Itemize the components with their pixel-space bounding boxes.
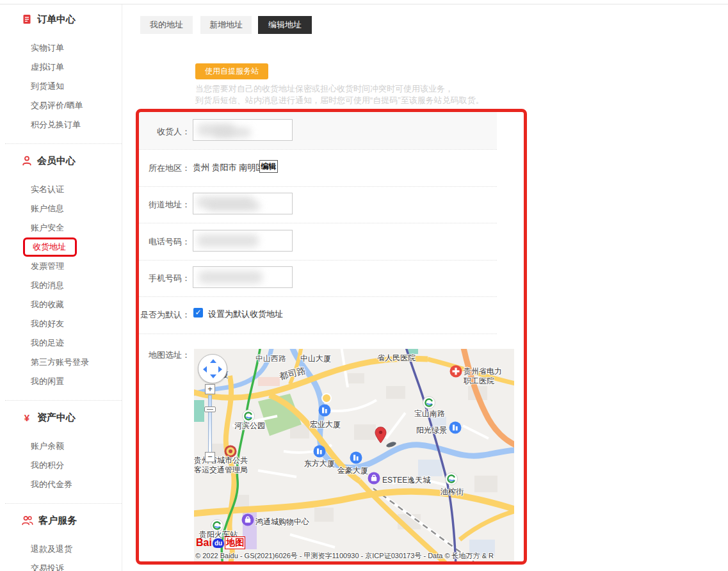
street-label: 街道地址： (115, 199, 190, 211)
map-label-building: 金豪大厦 (337, 465, 368, 476)
sidebar-item-balance[interactable]: 账户余额 (5, 437, 122, 456)
default-label: 是否为默认： (115, 309, 190, 321)
default-checkbox-label: 设置为默认收货地址 (208, 309, 283, 320)
sidebar-item-vouchers[interactable]: 我的代金券 (5, 475, 122, 494)
row-separator (138, 223, 497, 223)
hospital-icon (449, 365, 462, 378)
sidebar-item-messages[interactable]: 我的消息 (5, 276, 122, 295)
building-poi-icon (313, 445, 326, 458)
phone-label: 电话号码： (115, 236, 190, 248)
building-poi-icon (449, 421, 462, 434)
sidebar-section-title: 客户服务 (38, 515, 77, 527)
map-picker-label: 地图选址： (115, 350, 190, 361)
map-copyright: © 2022 Baidu - GS(2021)6026号 - 甲测资字11009… (195, 551, 494, 561)
building-poi-icon (318, 404, 331, 417)
tab-add-address[interactable]: 新增地址 (200, 16, 252, 34)
sidebar-item-shipping-address[interactable]: 收货地址 (33, 239, 66, 255)
pan-left-icon[interactable] (203, 366, 207, 373)
sidebar-section-assets-header: ¥ 资产中心 (5, 411, 122, 424)
sidebar-section-member: 会员中心 实名认证 账户信息 账户安全 收货地址 发票管理 我的消息 我的收藏 … (5, 143, 122, 400)
region-label: 所在地区： (115, 163, 190, 174)
map-label-mall: 鸿通城购物中心 (255, 517, 309, 527)
map-label-building: 宏业大厦 (310, 419, 341, 430)
row-separator (138, 260, 497, 261)
sidebar-item-idle-items[interactable]: 我的闲置 (5, 372, 122, 391)
pan-down-icon[interactable] (210, 374, 216, 378)
street-input[interactable] (193, 193, 293, 214)
metro-station-icon (445, 472, 458, 485)
sidebar-section-orders: 订单中心 实物订单 虚拟订单 到货通知 交易评价/晒单 积分兑换订单 (5, 13, 122, 143)
sidebar-item-real-name[interactable]: 实名认证 (5, 180, 122, 199)
pan-up-icon[interactable] (210, 359, 216, 363)
sidebar-item-invoice[interactable]: 发票管理 (5, 257, 122, 276)
map-label-mall: ESTEE逸天城 (382, 475, 430, 486)
sidebar-section-title: 订单中心 (37, 13, 76, 26)
baidu-maps-logo: Bai du 地图 (196, 536, 245, 550)
sidebar-item-reviews[interactable]: 交易评价/晒单 (5, 96, 122, 115)
order-receipt-icon (22, 14, 32, 24)
sidebar: 订单中心 实物订单 虚拟订单 到货通知 交易评价/晒单 积分兑换订单 会员中心 … (5, 4, 122, 571)
pickup-desc-line1: 当您需要对自己的收货地址保密或担心收货时间冲突时可使用该业务， (195, 83, 453, 95)
shopping-mall-icon (368, 472, 380, 485)
map-label-road: 中山西路 (255, 353, 286, 364)
consignee-row-background (138, 111, 497, 149)
default-address-checkbox[interactable]: ✓ (193, 308, 203, 318)
sidebar-item-physical-orders[interactable]: 实物订单 (5, 38, 122, 58)
use-pickup-station-button[interactable]: 使用自提服务站 (195, 63, 268, 79)
row-separator (138, 186, 497, 187)
sidebar-item-account-info[interactable]: 账户信息 (5, 199, 122, 218)
map-label-government: 客运交通管理局 (194, 465, 248, 476)
baidu-logo-ditu: 地图 (225, 536, 245, 549)
sidebar-item-favorites[interactable]: 我的收藏 (5, 295, 122, 314)
shopping-mall-icon (241, 513, 254, 526)
tab-edit-address[interactable]: 编辑地址 (258, 16, 312, 34)
location-pin-icon (374, 426, 387, 444)
region-value: 贵州 贵阳市 南明区 (193, 162, 264, 173)
consignee-input[interactable] (193, 119, 293, 141)
sidebar-section-service: 客户服务 退款及退货 交易投诉 商品咨询 违规举报 (5, 503, 122, 571)
map-label-hospital: 职工医院 (464, 376, 494, 387)
zoom-out-button[interactable]: − (205, 452, 215, 462)
sidebar-item-points-orders[interactable]: 积分兑换订单 (5, 115, 122, 134)
row-separator (138, 149, 497, 150)
zoom-in-button[interactable]: + (205, 384, 215, 394)
baidu-logo-paw: du (213, 538, 224, 548)
map-label-building: 东方大厦 (304, 458, 335, 469)
sidebar-section-title: 会员中心 (37, 155, 76, 167)
sidebar-section-assets: ¥ 资产中心 账户余额 我的积分 我的代金券 (5, 400, 122, 503)
map-label-hospital: 省人民医院 (377, 353, 416, 364)
map-label-street: 油榨街 (441, 487, 464, 497)
map-pan-control[interactable] (198, 354, 227, 383)
map-label-road: 宝山南路 (414, 408, 445, 419)
person-icon (22, 156, 32, 166)
zoom-slider-handle[interactable] (204, 406, 216, 412)
baidu-map[interactable]: 中山西路 中山大厦 省人民医院 都司路 贵州省电力 职工医院 大厦 河滨公园 宏… (194, 349, 514, 562)
metro-station-icon (423, 396, 435, 409)
sidebar-item-points[interactable]: 我的积分 (5, 456, 122, 475)
customer-service-icon (22, 515, 33, 526)
row-separator (138, 334, 497, 334)
yen-icon: ¥ (22, 412, 32, 423)
sidebar-item-virtual-orders[interactable]: 虚拟订单 (5, 58, 122, 77)
region-edit-button[interactable]: 编辑 (259, 160, 278, 173)
sidebar-item-arrival-notice[interactable]: 到货通知 (5, 77, 122, 96)
sidebar-item-complaints[interactable]: 交易投诉 (5, 559, 122, 571)
sidebar-item-account-security[interactable]: 账户安全 (5, 218, 122, 237)
phone-input[interactable] (193, 230, 293, 252)
zoom-slider-track[interactable] (208, 395, 212, 453)
map-label-building: 阳光绿景 (416, 425, 447, 436)
pan-right-icon[interactable] (218, 366, 222, 373)
tab-my-address[interactable]: 我的地址 (140, 16, 193, 34)
sidebar-item-third-party-login[interactable]: 第三方账号登录 (5, 353, 122, 372)
baidu-logo-bai: Bai (196, 537, 212, 549)
sidebar-section-service-header: 客户服务 (5, 514, 122, 527)
sidebar-item-footprints[interactable]: 我的足迹 (5, 334, 122, 353)
sidebar-section-orders-header: 订单中心 (5, 13, 122, 26)
sidebar-item-friends[interactable]: 我的好友 (5, 314, 122, 334)
active-item-annotation-box: 收货地址 (23, 237, 77, 257)
mobile-label: 手机号码： (115, 273, 190, 284)
sidebar-item-refunds[interactable]: 退款及退货 (5, 540, 122, 559)
mobile-input[interactable] (193, 266, 293, 288)
pickup-desc-line2: 到货后短信、站内消息进行通知，届时您可使用“自提码”至该服务站兑码取货。 (195, 95, 484, 106)
sidebar-section-member-header: 会员中心 (5, 154, 122, 167)
